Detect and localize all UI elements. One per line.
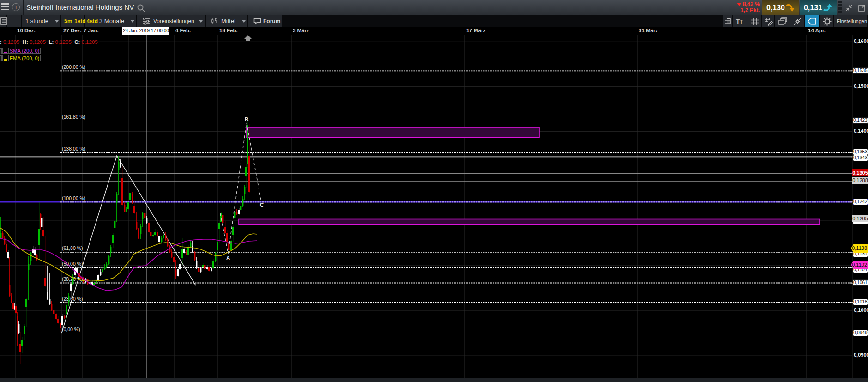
svg-text:(61,80 %): (61,80 %)	[62, 245, 83, 251]
svg-text:A: A	[226, 255, 230, 261]
svg-text:(138,00 %): (138,00 %)	[62, 146, 85, 152]
svg-text:(200,00 %): (200,00 %)	[62, 64, 85, 70]
svg-text:(0,00 %): (0,00 %)	[62, 327, 80, 332]
svg-text:(100,00 %): (100,00 %)	[62, 195, 85, 201]
svg-text:C: C	[260, 202, 264, 208]
svg-text:B: B	[245, 116, 249, 123]
svg-text:(161,80 %): (161,80 %)	[62, 114, 85, 120]
